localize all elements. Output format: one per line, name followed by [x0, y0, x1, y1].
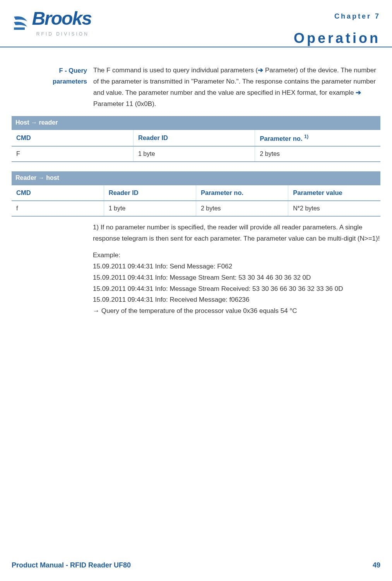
page-footer: Product Manual - RFID Reader UF80 49	[12, 561, 380, 569]
example-line: 15.09.2011 09:44:31 Info: Received Messa…	[93, 296, 250, 303]
intro-block: F - Query parameters The F command is us…	[12, 65, 380, 110]
col-header-readerid: Reader ID	[104, 185, 196, 201]
side-label-line1: F - Query	[59, 67, 87, 74]
col-header-paramno: Parameter no. 1)	[255, 130, 380, 147]
example-line: 15.09.2011 09:44:31 Info: Send Message: …	[93, 263, 232, 270]
chapter-label: Chapter 7	[334, 12, 380, 21]
col-header-sup: 1)	[304, 134, 308, 139]
page-header: Brooks RFID DIVISION Chapter 7 Operation	[12, 8, 380, 50]
brand-name: Brooks	[32, 8, 91, 29]
svg-rect-0	[14, 27, 25, 30]
cell-readerid: 1 byte	[133, 146, 255, 162]
cell-cmd: f	[12, 201, 104, 216]
cell-paramval: N*2 bytes	[288, 201, 380, 216]
col-header-paramno: Parameter no.	[196, 185, 288, 201]
table-banner: Reader → host	[12, 171, 380, 185]
example-line: → Query of the temperature of the proces…	[93, 307, 297, 314]
cell-cmd: F	[12, 146, 133, 162]
content-area: F - Query parameters The F command is us…	[12, 65, 380, 317]
section-title: Operation	[294, 30, 380, 46]
intro-text: The F command is used to query individua…	[93, 65, 380, 110]
page-number: 49	[373, 561, 380, 569]
logo-mark-icon	[12, 14, 29, 33]
footer-title: Product Manual - RFID Reader UF80	[12, 561, 131, 569]
reader-to-host-table: Reader → host CMD Reader ID Parameter no…	[12, 171, 380, 217]
cell-paramno: 2 bytes	[255, 146, 380, 162]
cell-readerid: 1 byte	[104, 201, 196, 216]
brand-logo: Brooks RFID DIVISION	[12, 8, 91, 37]
header-rule	[0, 46, 392, 48]
example-label: Example:	[93, 251, 120, 259]
intro-post: Parameter 11 (0x0B).	[93, 100, 156, 108]
col-header-paramval: Parameter value	[288, 185, 380, 201]
arrow-icon: ➔	[356, 89, 361, 96]
example-line: 15.09.2011 09:44:31 Info: Message Stream…	[93, 285, 343, 292]
table-row: F 1 byte 2 bytes	[12, 146, 380, 162]
cell-paramno: 2 bytes	[196, 201, 288, 216]
example-line: 15.09.2011 09:44:31 Info: Message Stream…	[93, 274, 311, 281]
col-header-paramno-text: Parameter no.	[260, 135, 302, 142]
table-banner: Host → reader	[12, 116, 380, 130]
col-header-cmd: CMD	[12, 130, 133, 147]
table-row: f 1 byte 2 bytes N*2 bytes	[12, 201, 380, 216]
example-block: Example: 15.09.2011 09:44:31 Info: Send …	[93, 250, 380, 317]
col-header-cmd: CMD	[12, 185, 104, 201]
side-label: F - Query parameters	[12, 65, 93, 87]
host-to-reader-table: Host → reader CMD Reader ID Parameter no…	[12, 116, 380, 162]
footnote: 1) If no parameter number is specified, …	[93, 222, 380, 244]
side-label-line2: parameters	[53, 78, 87, 85]
col-header-readerid: Reader ID	[133, 130, 255, 147]
arrow-icon: ➔	[258, 67, 263, 74]
intro-pre: The F command is used to query individua…	[93, 67, 258, 74]
